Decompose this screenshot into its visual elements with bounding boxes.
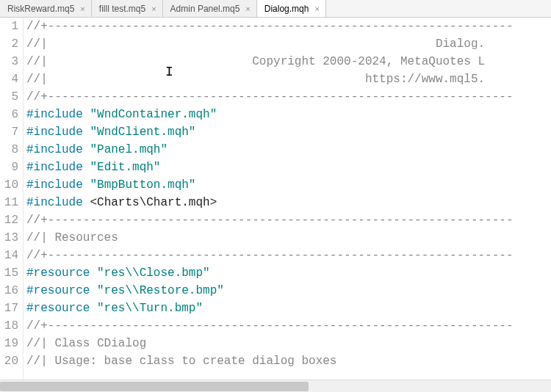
code-token: "BmpButton.mqh" bbox=[90, 178, 195, 192]
code-line[interactable]: //+-------------------------------------… bbox=[26, 247, 551, 264]
close-icon[interactable]: × bbox=[313, 4, 320, 13]
code-token: <Charts\Chart.mqh> bbox=[90, 196, 217, 209]
code-line[interactable]: //+-------------------------------------… bbox=[26, 88, 551, 106]
line-number: 16 bbox=[0, 282, 18, 300]
tab-bar: RiskReward.mq5×filll test.mq5×Admin Pane… bbox=[0, 0, 551, 18]
code-token: #include bbox=[26, 108, 90, 121]
code-token: //| Class CDialog bbox=[26, 337, 514, 350]
file-tab-label: filll test.mq5 bbox=[99, 4, 145, 14]
code-line[interactable]: #include <Charts\Chart.mqh> bbox=[26, 194, 551, 211]
code-line[interactable]: #include "Edit.mqh" bbox=[26, 159, 551, 176]
line-number: 13 bbox=[0, 229, 18, 247]
file-tab[interactable]: filll test.mq5× bbox=[92, 0, 163, 17]
line-number: 11 bbox=[0, 194, 18, 211]
code-line[interactable]: //| Class CDialog bbox=[26, 335, 551, 352]
code-line[interactable]: #include "WndClient.mqh" bbox=[26, 123, 551, 141]
line-number: 7 bbox=[0, 123, 18, 141]
code-token: "WndContainer.mqh" bbox=[90, 108, 217, 121]
code-token: //| Usage: base class to create dialog b… bbox=[26, 355, 514, 368]
file-tab[interactable]: RiskReward.mq5× bbox=[0, 0, 92, 17]
line-number: 3 bbox=[0, 53, 18, 70]
code-content[interactable]: //+-------------------------------------… bbox=[24, 18, 551, 380]
line-number: 4 bbox=[0, 70, 18, 88]
code-line[interactable]: #include "BmpButton.mqh" bbox=[26, 176, 551, 194]
line-number: 10 bbox=[0, 176, 18, 194]
code-line[interactable]: //+-------------------------------------… bbox=[26, 317, 551, 335]
code-token: "res\\Close.bmp" bbox=[97, 266, 210, 280]
code-line[interactable]: #resource "res\\Restore.bmp" bbox=[26, 282, 551, 300]
line-number: 2 bbox=[0, 35, 18, 53]
file-tab-label: Dialog.mqh bbox=[264, 4, 309, 14]
code-token: "res\\Turn.bmp" bbox=[97, 302, 203, 315]
code-token: "res\\Restore.bmp" bbox=[97, 284, 224, 297]
code-line[interactable]: //| Usage: base class to create dialog b… bbox=[26, 352, 551, 370]
code-token: "WndClient.mqh" bbox=[90, 126, 195, 139]
code-token: //+-------------------------------------… bbox=[26, 90, 514, 104]
code-token: #resource bbox=[26, 302, 97, 315]
line-number: 1 bbox=[0, 18, 18, 35]
code-token: //| Resources bbox=[26, 231, 514, 244]
line-number: 14 bbox=[0, 247, 18, 264]
code-line[interactable]: #include "WndContainer.mqh" bbox=[26, 106, 551, 123]
code-token: //| Copyright 2000-2024, MetaQuotes L bbox=[26, 55, 485, 68]
line-number-gutter: 1234567891011121314151617181920 bbox=[0, 18, 24, 380]
code-token: //+-------------------------------------… bbox=[26, 214, 514, 227]
file-tab-label: RiskReward.mq5 bbox=[7, 4, 74, 14]
code-line[interactable]: //| Copyright 2000-2024, MetaQuotes L bbox=[26, 53, 551, 70]
line-number: 19 bbox=[0, 335, 18, 352]
file-tab-label: Admin Panel.mq5 bbox=[170, 4, 240, 14]
code-token: #include bbox=[26, 126, 90, 139]
close-icon[interactable]: × bbox=[244, 4, 251, 13]
code-token: //+-------------------------------------… bbox=[26, 249, 514, 262]
code-line[interactable]: #resource "res\\Turn.bmp" bbox=[26, 300, 551, 317]
code-line[interactable]: //| Resources bbox=[26, 229, 551, 247]
code-token: //| Dialog. bbox=[26, 37, 485, 51]
line-number: 15 bbox=[0, 264, 18, 282]
line-number: 17 bbox=[0, 300, 18, 317]
code-token: //+-------------------------------------… bbox=[26, 319, 514, 333]
code-line[interactable]: #resource "res\\Close.bmp" bbox=[26, 264, 551, 282]
line-number: 18 bbox=[0, 317, 18, 335]
line-number: 8 bbox=[0, 141, 18, 159]
code-line[interactable]: //+-------------------------------------… bbox=[26, 18, 551, 35]
code-token: #include bbox=[26, 143, 90, 156]
line-number: 5 bbox=[0, 88, 18, 106]
close-icon[interactable]: × bbox=[79, 4, 86, 13]
horizontal-scrollbar[interactable] bbox=[0, 380, 551, 392]
code-line[interactable]: //+-------------------------------------… bbox=[26, 211, 551, 229]
horizontal-scrollbar-thumb[interactable] bbox=[0, 382, 309, 391]
line-number: 9 bbox=[0, 159, 18, 176]
code-line[interactable]: #include "Panel.mqh" bbox=[26, 141, 551, 159]
code-token: "Panel.mqh" bbox=[90, 143, 168, 156]
code-token: #include bbox=[26, 178, 90, 192]
code-token: "Edit.mqh" bbox=[90, 161, 160, 174]
code-token: //+-------------------------------------… bbox=[26, 20, 514, 33]
code-token: #include bbox=[26, 161, 90, 174]
code-token: #resource bbox=[26, 266, 97, 280]
file-tab[interactable]: Admin Panel.mq5× bbox=[163, 0, 257, 17]
line-number: 12 bbox=[0, 211, 18, 229]
code-token: #resource bbox=[26, 284, 97, 297]
line-number: 6 bbox=[0, 106, 18, 123]
line-number: 20 bbox=[0, 352, 18, 370]
editor-area[interactable]: 1234567891011121314151617181920 //+-----… bbox=[0, 18, 551, 380]
code-line[interactable]: //| https://www.mql5. bbox=[26, 70, 551, 88]
code-line[interactable]: //| Dialog. bbox=[26, 35, 551, 53]
code-token: //| https://www.mql5. bbox=[26, 73, 485, 86]
close-icon[interactable]: × bbox=[150, 4, 157, 13]
code-token: #include bbox=[26, 196, 90, 209]
file-tab[interactable]: Dialog.mqh× bbox=[257, 0, 326, 17]
